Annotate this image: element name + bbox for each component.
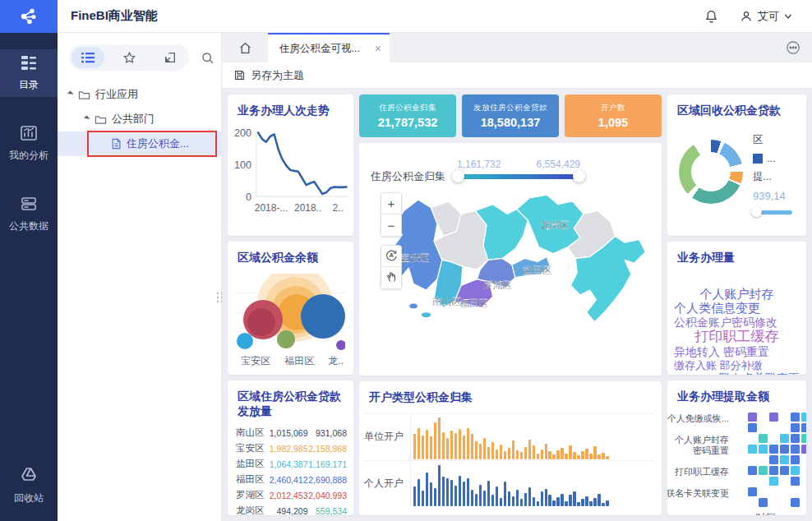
bar[interactable] [597, 494, 600, 506]
heatmap-cell[interactable] [801, 413, 806, 422]
bar[interactable] [504, 482, 506, 505]
bar[interactable] [491, 442, 494, 459]
heatmap-cell[interactable] [780, 455, 789, 464]
bubble-9[interactable] [336, 340, 345, 350]
heatmap-cell[interactable] [769, 445, 778, 454]
save-as-theme-button[interactable]: 另存为主题 [251, 68, 304, 83]
word-item-0[interactable]: 个人账户封存 [674, 287, 800, 302]
bar[interactable] [487, 447, 490, 459]
map-zoom-in-button[interactable]: + [381, 193, 401, 214]
bar[interactable] [467, 428, 469, 459]
bar[interactable] [450, 431, 453, 459]
bar[interactable] [446, 478, 449, 505]
bar[interactable] [463, 436, 465, 459]
tree-expand-caret[interactable] [67, 90, 74, 97]
bar[interactable] [430, 482, 432, 506]
heatmap-cell[interactable] [801, 445, 806, 454]
bar[interactable] [516, 450, 519, 459]
map-range-slider[interactable]: 1,161,732 6,554,429 [457, 173, 580, 180]
shared-import-icon[interactable] [154, 47, 187, 68]
bar[interactable] [446, 438, 449, 459]
bar[interactable] [500, 498, 502, 505]
bubble-chart[interactable] [236, 274, 345, 351]
heatmap-cell[interactable] [759, 434, 768, 443]
bar[interactable] [602, 503, 604, 505]
map-zoom-out-button[interactable]: − [381, 214, 401, 236]
tab-housing-fund[interactable]: 住房公积金可视... × [268, 33, 390, 62]
bar[interactable] [422, 436, 424, 459]
bar[interactable] [463, 482, 465, 505]
bar[interactable] [454, 486, 457, 506]
bar[interactable] [459, 429, 461, 459]
bar[interactable] [450, 480, 453, 505]
tree-node-2[interactable]: 住房公积金... [58, 131, 221, 156]
heatmap-cell[interactable] [748, 487, 757, 496]
bar[interactable] [533, 445, 535, 459]
word-item-2[interactable]: 公积金账户密码修改 [674, 316, 800, 330]
bar[interactable] [467, 478, 469, 505]
heatmap-cell[interactable] [780, 434, 789, 443]
heatmap-cell[interactable] [801, 434, 806, 443]
bar[interactable] [430, 436, 432, 459]
bar[interactable] [528, 440, 531, 459]
word-item-1[interactable]: 个人类信息变更 [674, 301, 800, 316]
bar[interactable] [512, 496, 514, 506]
sidebar-item-0[interactable]: 目录 [0, 49, 58, 97]
heatmap-cell[interactable] [759, 466, 768, 475]
loan-table-row-2[interactable]: 盐田区1,064,3871,169,171 [236, 456, 347, 472]
bar[interactable] [589, 501, 592, 505]
trend-line-chart[interactable]: 20010002018-...2018..2.. [228, 120, 353, 232]
bar[interactable] [573, 452, 575, 459]
bar[interactable] [516, 490, 519, 506]
recycle-loan-donut[interactable] [679, 140, 743, 204]
bar[interactable] [581, 499, 584, 505]
bubble-7[interactable] [237, 333, 253, 349]
user-menu[interactable]: 艾可 [740, 9, 792, 24]
heatmap-cell[interactable] [801, 423, 806, 432]
bar[interactable] [422, 491, 424, 505]
tree-node-0[interactable]: 行业应用 [58, 82, 221, 107]
loan-table-row-5[interactable]: 龙岗区494,209559,534 [236, 503, 347, 515]
bar[interactable] [434, 488, 436, 506]
bar[interactable] [418, 479, 420, 505]
bar[interactable] [442, 432, 445, 459]
kpi-card-0[interactable]: 住房公积金归集21,787,532 [359, 95, 456, 137]
kpi-card-1[interactable]: 发放住房公积金贷款18,580,137 [462, 95, 559, 137]
bar[interactable] [585, 449, 588, 459]
heatmap-cell[interactable] [748, 413, 757, 422]
bar[interactable] [593, 498, 596, 505]
heatmap-cell[interactable] [769, 477, 778, 486]
sidebar-item-2[interactable]: 公共数据 [0, 191, 58, 238]
bar[interactable] [471, 434, 473, 459]
trend-line[interactable] [258, 132, 346, 194]
bar[interactable] [475, 494, 478, 506]
bar[interactable] [556, 450, 559, 459]
loan-table-row-3[interactable]: 福田区2,460,4122,690,888 [236, 472, 347, 487]
bar[interactable] [552, 454, 555, 459]
bar[interactable] [524, 447, 527, 459]
bar[interactable] [512, 440, 514, 459]
heatmap-cell[interactable] [791, 445, 800, 454]
bar[interactable] [496, 486, 498, 506]
bar[interactable] [606, 456, 608, 459]
sidebar-item-recycle[interactable]: 回收站 [0, 462, 58, 509]
bubble-8[interactable] [277, 330, 295, 348]
heatmap-cell[interactable] [780, 445, 789, 454]
bar[interactable] [413, 434, 416, 459]
bar[interactable] [496, 450, 498, 459]
loan-table-row-1[interactable]: 宝安区1,982,9852,158,968 [236, 440, 347, 456]
bar[interactable] [541, 491, 543, 505]
range-handle-left[interactable] [452, 170, 464, 182]
bar[interactable] [413, 486, 416, 505]
bar[interactable] [589, 454, 592, 459]
heatmap-cell[interactable] [791, 466, 800, 475]
word-item-4[interactable]: 异地转入 密码重置 [674, 345, 800, 359]
heatmap-cell[interactable] [791, 455, 800, 464]
legend-mini-slider[interactable] [753, 210, 792, 215]
heatmap-cell[interactable] [769, 413, 778, 422]
bar[interactable] [561, 448, 563, 459]
bar[interactable] [581, 451, 584, 459]
bar[interactable] [471, 490, 473, 506]
bar[interactable] [528, 487, 531, 505]
loan-table-row-4[interactable]: 罗湖区2,012,4532,040,993 [236, 487, 347, 503]
